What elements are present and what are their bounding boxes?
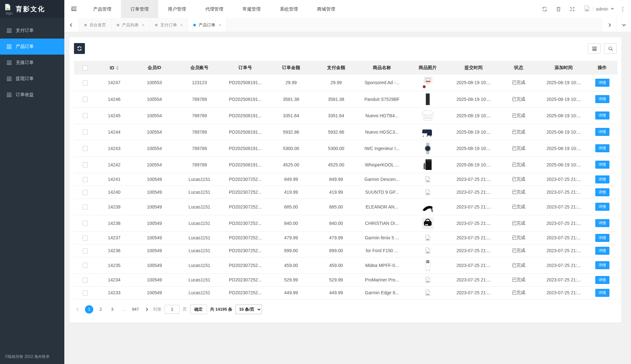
row-select-cell bbox=[74, 186, 96, 199]
cell-account: 789789 bbox=[177, 107, 222, 124]
tab-3[interactable]: 产品订单× bbox=[188, 18, 226, 32]
page-number-1[interactable]: 1 bbox=[85, 305, 93, 314]
id-sort-header[interactable]: ID bbox=[110, 65, 119, 70]
detail-button[interactable]: 详情 bbox=[595, 219, 609, 227]
goto-confirm-button[interactable]: 确定 bbox=[190, 305, 207, 314]
detail-button[interactable]: 详情 bbox=[595, 261, 609, 269]
row-checkbox[interactable] bbox=[83, 248, 88, 253]
top-nav-item-1[interactable]: 订单管理 bbox=[121, 0, 158, 18]
page-size-select[interactable]: 15 条/页 bbox=[235, 305, 262, 314]
top-nav-item-3[interactable]: 代理管理 bbox=[196, 0, 233, 18]
row-checkbox[interactable] bbox=[83, 263, 88, 268]
search-button[interactable] bbox=[604, 43, 617, 54]
fullscreen-icon[interactable] bbox=[570, 6, 575, 12]
top-menu: 产品管理订单管理用户管理代理管理常规管理系统管理商城管理 bbox=[84, 0, 345, 18]
tab-2[interactable]: 支付订单× bbox=[150, 18, 188, 32]
row-checkbox[interactable] bbox=[83, 146, 88, 151]
row-checkbox[interactable] bbox=[83, 278, 88, 283]
cell-order_no: PO202508191... bbox=[222, 91, 269, 107]
detail-button[interactable]: 详情 bbox=[595, 289, 609, 297]
sidebar-item-3[interactable]: 提现订单 bbox=[0, 71, 64, 87]
detail-button[interactable]: 详情 bbox=[595, 128, 609, 136]
columns-filter-button[interactable] bbox=[588, 43, 601, 54]
row-checkbox[interactable] bbox=[83, 97, 88, 102]
page-number-3[interactable]: 3 bbox=[108, 305, 116, 314]
goto-page-input[interactable] bbox=[165, 305, 179, 314]
cell-product-image bbox=[405, 273, 450, 286]
tab-label: 产品订单 bbox=[198, 22, 215, 28]
close-tab-icon[interactable]: × bbox=[180, 22, 183, 28]
row-checkbox[interactable] bbox=[83, 113, 88, 118]
cell-order_no: PO202307252... bbox=[222, 273, 269, 286]
cell-added: 2023-07-25 21:... bbox=[540, 173, 587, 186]
next-page-icon[interactable] bbox=[143, 308, 150, 311]
trash-icon[interactable] bbox=[556, 6, 561, 12]
cell-status: 已完成 bbox=[497, 91, 540, 107]
top-nav-item-6[interactable]: 商城管理 bbox=[307, 0, 345, 18]
top-nav-item-0[interactable]: 产品管理 bbox=[84, 0, 121, 18]
row-checkbox[interactable] bbox=[83, 290, 88, 296]
detail-button[interactable]: 详情 bbox=[595, 188, 609, 196]
detail-button[interactable]: 详情 bbox=[595, 161, 609, 169]
cell-added: 2025-08-19 10:... bbox=[540, 75, 587, 91]
detail-button[interactable]: 详情 bbox=[595, 276, 609, 284]
cell-member_id: 100554 bbox=[132, 140, 177, 156]
cell-status: 已完成 bbox=[497, 124, 540, 140]
detail-button[interactable]: 详情 bbox=[595, 203, 609, 211]
sort-icon[interactable] bbox=[116, 66, 119, 70]
page-number-947[interactable]: 947 bbox=[131, 305, 140, 314]
top-nav-item-2[interactable]: 用户管理 bbox=[158, 0, 196, 18]
select-all-checkbox[interactable] bbox=[83, 66, 88, 71]
cell-submitted: 2025-08-19 10:... bbox=[450, 156, 497, 173]
detail-button[interactable]: 详情 bbox=[595, 79, 609, 87]
row-checkbox[interactable] bbox=[83, 129, 88, 135]
detail-button[interactable]: 详情 bbox=[595, 144, 609, 152]
cell-id: 14244 bbox=[96, 124, 132, 140]
tab-0[interactable]: 后台首页 bbox=[79, 18, 112, 32]
cell-status: 已完成 bbox=[497, 257, 540, 273]
close-tab-icon[interactable]: × bbox=[142, 22, 144, 28]
broken-image bbox=[424, 289, 431, 296]
row-select-cell bbox=[74, 231, 96, 244]
user-menu[interactable]: admin bbox=[583, 5, 614, 13]
cell-status: 已完成 bbox=[497, 231, 540, 244]
sidebar-item-1[interactable]: 产品订单 bbox=[0, 39, 64, 55]
top-nav-item-4[interactable]: 常规管理 bbox=[233, 0, 270, 18]
cell-paid: 529.99 bbox=[314, 273, 359, 286]
detail-button[interactable]: 详情 bbox=[595, 111, 609, 120]
more-options-icon[interactable] bbox=[622, 7, 623, 12]
detail-button[interactable]: 详情 bbox=[595, 175, 609, 183]
cell-account: 123123 bbox=[177, 75, 222, 91]
row-checkbox[interactable] bbox=[83, 190, 88, 195]
cell-product-image bbox=[405, 140, 450, 156]
table-refresh-button[interactable] bbox=[74, 43, 85, 54]
cell-product-image bbox=[405, 173, 450, 186]
detail-button[interactable]: 详情 bbox=[595, 234, 609, 242]
tab-1[interactable]: 产品列表× bbox=[112, 18, 150, 32]
row-checkbox[interactable] bbox=[83, 235, 88, 241]
page-number-2[interactable]: 2 bbox=[96, 305, 105, 314]
tabs-dropdown-icon[interactable] bbox=[616, 18, 631, 32]
refresh-icon[interactable] bbox=[542, 6, 547, 12]
round-table-image bbox=[421, 109, 434, 122]
row-checkbox[interactable] bbox=[83, 80, 88, 85]
cell-submitted: 2023-07-25 21:... bbox=[450, 173, 497, 186]
cell-order_no: PO202307252... bbox=[222, 186, 269, 199]
detail-button[interactable]: 详情 bbox=[595, 95, 609, 103]
row-checkbox[interactable] bbox=[83, 221, 88, 226]
top-nav-item-5[interactable]: 系统管理 bbox=[270, 0, 307, 18]
sidebar-item-2[interactable]: 充值订单 bbox=[0, 55, 64, 71]
row-checkbox[interactable] bbox=[83, 162, 88, 167]
sidebar-item-4[interactable]: 订单收益 bbox=[0, 87, 64, 103]
prev-page-icon[interactable] bbox=[75, 308, 82, 311]
sidebar-collapse-icon[interactable] bbox=[64, 6, 84, 12]
row-checkbox[interactable] bbox=[83, 204, 88, 209]
sidebar-item-0[interactable]: 支付订单 bbox=[0, 22, 64, 39]
row-checkbox[interactable] bbox=[83, 177, 88, 182]
cell-submitted: 2023-07-25 21:... bbox=[450, 257, 497, 273]
close-tab-icon[interactable]: × bbox=[218, 22, 221, 28]
tabs-scroll-left-icon[interactable] bbox=[64, 18, 79, 32]
detail-button[interactable]: 详情 bbox=[595, 247, 609, 255]
tabs-scroll-right-icon[interactable] bbox=[601, 18, 616, 32]
row-select-cell bbox=[74, 286, 96, 299]
